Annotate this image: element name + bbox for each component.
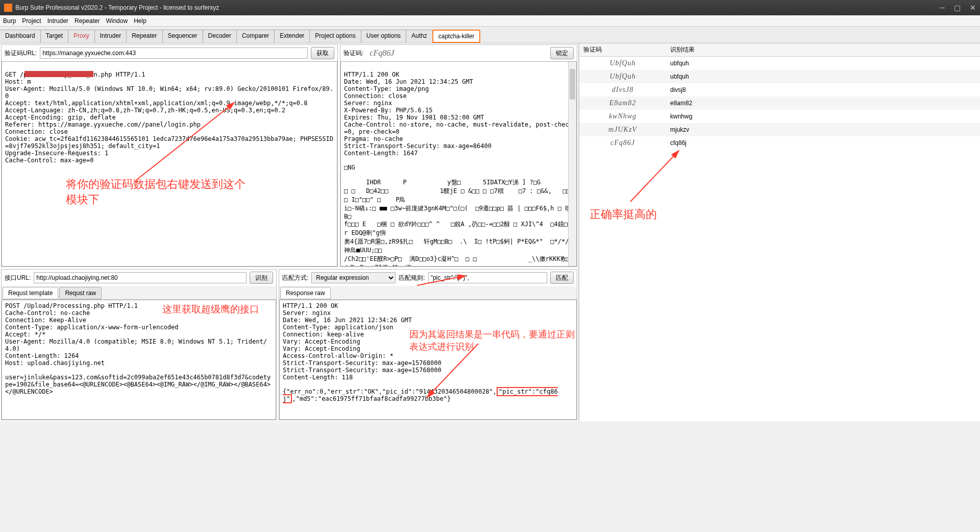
- table-row[interactable]: kwNhwgkwnhwg: [579, 110, 980, 123]
- menu-repeater[interactable]: Repeater: [75, 17, 100, 25]
- result-cell: e8am82: [666, 100, 696, 107]
- main-content: 验证码URL: 获取 GET /panel/verify_code_cn.php…: [0, 43, 980, 421]
- tab-target[interactable]: Target: [40, 30, 68, 43]
- match-rule-input[interactable]: [428, 272, 547, 283]
- table-row[interactable]: E8am82e8am82: [579, 96, 980, 110]
- captcha-cell: UbfQuh: [609, 59, 635, 67]
- close-icon[interactable]: ✕: [970, 4, 976, 12]
- annotation-4: 正确率挺高的: [590, 207, 657, 222]
- result-cell: divsj8: [666, 86, 690, 93]
- menu-burp[interactable]: Burp: [3, 17, 16, 25]
- tab-authz[interactable]: Authz: [406, 30, 433, 43]
- captcha-cell: kwNhwg: [609, 112, 636, 120]
- match-mode-select[interactable]: Regular expression: [311, 272, 396, 283]
- results-body: UbfQuhubfquh UbfQuhubfquh dIvsJ8divsj8 E…: [579, 57, 980, 150]
- request-viewer[interactable]: GET /panel/verify_code_cn.php HTTP/1.1 H…: [2, 61, 337, 267]
- minimize-icon[interactable]: ─: [940, 4, 945, 12]
- subtab-response-raw[interactable]: Response raw: [280, 287, 331, 299]
- tab-captcha-killer[interactable]: captcha-killer: [432, 30, 481, 43]
- api-url-label: 接口URL:: [5, 274, 31, 282]
- response-scrollbar[interactable]: [568, 62, 576, 266]
- captcha-image: cFq86J: [366, 49, 547, 58]
- svg-line-3: [630, 151, 679, 202]
- menubar: Burp Project Intruder Repeater Window He…: [0, 15, 980, 27]
- captcha-cell: cFq86J: [610, 139, 635, 147]
- api-response-pre: HTTP/1.1 200 OK Server: nginx Date: Wed,…: [283, 302, 497, 395]
- captcha-cell: mJUKzV: [608, 126, 637, 133]
- recognize-button[interactable]: 识别: [250, 272, 273, 284]
- subtab-request-raw[interactable]: Requst raw: [59, 287, 102, 299]
- api-url-input[interactable]: [34, 272, 247, 283]
- result-cell: ubfquh: [666, 73, 693, 80]
- tab-dashboard[interactable]: Dashboard: [0, 30, 41, 43]
- menu-help[interactable]: Help: [134, 17, 146, 25]
- result-cell: cfq86j: [666, 139, 691, 147]
- tab-intruder[interactable]: Intruder: [94, 30, 127, 43]
- response-viewer[interactable]: HTTP/1.1 200 OK Date: Wed, 16 Jun 2021 1…: [340, 61, 577, 267]
- match-rule-label: 匹配规则:: [399, 274, 425, 282]
- captcha-url-input[interactable]: [40, 47, 308, 59]
- table-row[interactable]: UbfQuhubfquh: [579, 70, 980, 83]
- result-cell: kwnhwg: [666, 113, 696, 120]
- window-title: Burp Suite Professional v2020.2 - Tempor…: [15, 4, 940, 11]
- tab-comparer[interactable]: Comparer: [236, 30, 275, 43]
- api-response-viewer[interactable]: HTTP/1.1 200 OK Server: nginx Date: Wed,…: [279, 300, 577, 420]
- tab-repeater[interactable]: Repeater: [126, 30, 162, 43]
- app-icon: [4, 4, 12, 12]
- tab-sequencer[interactable]: Sequencer: [162, 30, 203, 43]
- tab-user-options[interactable]: User options: [361, 30, 406, 43]
- captcha-cell: dIvsJ8: [612, 86, 634, 93]
- api-request-text: POST /Upload/Processing.php HTTP/1.1 Cac…: [5, 302, 271, 395]
- redacted-host: [24, 71, 93, 77]
- result-cell: mjukzv: [666, 126, 693, 133]
- captcha-cell: E8am82: [609, 99, 636, 107]
- menu-window[interactable]: Window: [106, 17, 128, 25]
- col-result: 识别结果: [666, 43, 699, 56]
- tab-project-options[interactable]: Project options: [309, 30, 361, 43]
- menu-intruder[interactable]: Intruder: [47, 17, 68, 25]
- col-captcha: 验证码: [579, 43, 666, 56]
- tab-decoder[interactable]: Decoder: [203, 30, 237, 43]
- tab-extender[interactable]: Extender: [274, 30, 310, 43]
- menu-project[interactable]: Project: [22, 17, 41, 25]
- annotation-1: 将你的验证码数据包右键发送到这个 模块下: [66, 177, 246, 207]
- main-tabs: Dashboard Target Proxy Intruder Repeater…: [0, 27, 980, 43]
- tab-proxy[interactable]: Proxy: [68, 30, 95, 43]
- lock-button[interactable]: 锁定: [550, 47, 574, 59]
- titlebar: Burp Suite Professional v2020.2 - Tempor…: [0, 0, 980, 15]
- table-row[interactable]: mJUKzVmjukzv: [579, 123, 980, 136]
- request-text: GET /panel/verify_code_cn.php HTTP/1.1 H…: [5, 71, 333, 164]
- api-response-post: ,"md5":"eac61975ff71bfaaf8cadfa99277bb3b…: [292, 395, 451, 402]
- api-request-viewer[interactable]: POST /Upload/Processing.php HTTP/1.1 Cac…: [2, 300, 276, 420]
- match-button[interactable]: 匹配: [550, 272, 574, 284]
- get-button[interactable]: 获取: [311, 47, 334, 59]
- subtab-request-template[interactable]: Requst template: [3, 287, 58, 299]
- arrow-accuracy: [625, 146, 687, 207]
- maximize-icon[interactable]: ▢: [954, 4, 961, 12]
- result-cell: ubfquh: [666, 60, 693, 67]
- results-header: 验证码 识别结果: [579, 43, 980, 57]
- table-row[interactable]: cFq86Jcfq86j: [579, 136, 980, 150]
- match-mode-label: 匹配方式:: [282, 274, 308, 282]
- table-row[interactable]: dIvsJ8divsj8: [579, 83, 980, 96]
- captcha-cell: UbfQuh: [609, 72, 635, 80]
- captcha-url-label: 验证码URL:: [5, 49, 37, 58]
- response-text: HTTP/1.1 200 OK Date: Wed, 16 Jun 2021 1…: [344, 71, 577, 267]
- table-row[interactable]: UbfQuhubfquh: [579, 57, 980, 70]
- captcha-code-label: 验证码:: [344, 49, 363, 58]
